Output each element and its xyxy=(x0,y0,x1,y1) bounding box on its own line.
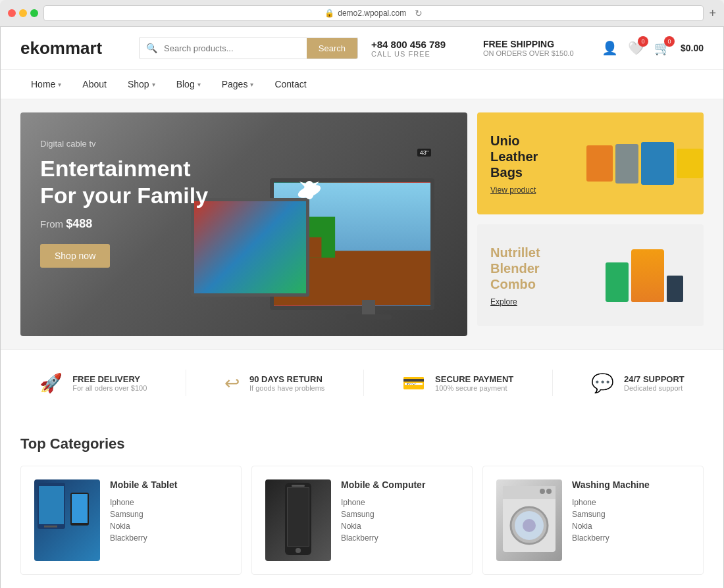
site-logo[interactable]: ekommart xyxy=(20,38,126,59)
svg-rect-16 xyxy=(288,488,309,546)
search-icon: 🔍 xyxy=(140,37,164,59)
washer-category-content: Washing Machine Iphone Samsung Nokia Bla… xyxy=(572,479,690,561)
blender-main xyxy=(631,249,664,302)
bags-banner-text: Unio Leather Bags View product xyxy=(490,133,538,195)
cat-item-0-1[interactable]: Samsung xyxy=(110,508,228,520)
cat-item-1-3[interactable]: Blackberry xyxy=(341,532,459,544)
bags-illustration xyxy=(592,119,697,208)
cat-item-0-2[interactable]: Nokia xyxy=(110,520,228,532)
cart-badge: 0 xyxy=(664,36,675,47)
bags-banner: Unio Leather Bags View product xyxy=(477,112,704,214)
hero-section: Digital cable tv Entertainment For your … xyxy=(1,99,723,349)
feature-payment: 💳 SECURE PAYMENT 100% secure payment xyxy=(402,370,513,396)
tablet-image xyxy=(34,479,100,561)
yellow-bag xyxy=(677,149,703,178)
phone-image xyxy=(265,479,331,561)
svg-rect-10 xyxy=(39,486,64,524)
nav-item-about[interactable]: About xyxy=(72,70,117,99)
search-button[interactable]: Search xyxy=(307,38,357,59)
cat-item-1-2[interactable]: Nokia xyxy=(341,520,459,532)
cat-item-2-3[interactable]: Blackberry xyxy=(572,532,690,544)
tablet-category-content: Mobile & Tablet Iphone Samsung Nokia Bla… xyxy=(110,479,228,561)
nav-item-pages[interactable]: Pages ▾ xyxy=(211,70,265,99)
blender-title: Nutrillet Blender Combo xyxy=(490,245,540,292)
close-button[interactable] xyxy=(8,9,16,17)
wishlist-icon[interactable]: 🤍 0 xyxy=(628,40,644,56)
bags-view-product-link[interactable]: View product xyxy=(490,185,538,195)
user-icon[interactable]: 👤 xyxy=(602,40,618,56)
feature-return-title: 90 DAYS RETURN xyxy=(249,374,324,384)
cat-item-1-1[interactable]: Samsung xyxy=(341,508,459,520)
refresh-icon[interactable]: ↻ xyxy=(415,8,423,18)
delivery-icon: 🚀 xyxy=(39,372,63,394)
blender-explore-link[interactable]: Explore xyxy=(490,297,540,306)
nav-item-contact[interactable]: Contact xyxy=(264,70,317,99)
cat-item-0-3[interactable]: Blackberry xyxy=(110,532,228,544)
svg-point-23 xyxy=(523,519,536,532)
cat-item-2-2[interactable]: Nokia xyxy=(572,520,690,532)
blender-cup xyxy=(606,262,629,302)
browser-chrome: 🔒 demo2.wpopal.com ↻ + xyxy=(0,0,724,27)
add-tab-button[interactable]: + xyxy=(709,7,716,20)
shipping-sub: ON ORDERS OVER $150.0 xyxy=(483,49,588,57)
hero-text: Digital cable tv Entertainment For your … xyxy=(40,139,208,268)
tablet-category-name: Mobile & Tablet xyxy=(110,479,228,490)
cat-item-0-0[interactable]: Iphone xyxy=(110,497,228,508)
site-header: ekommart 🔍 Search +84 800 456 789 CALL U… xyxy=(1,27,723,70)
nav-item-blog[interactable]: Blog ▾ xyxy=(166,70,211,99)
support-icon: 💬 xyxy=(591,372,614,394)
blender-illustration xyxy=(592,231,697,320)
feature-divider-2 xyxy=(363,370,364,396)
phone-category-content: Mobile & Computer Iphone Samsung Nokia B… xyxy=(341,479,459,561)
cart-total[interactable]: $0.00 xyxy=(681,43,704,53)
category-washing-machine[interactable]: Washing Machine Iphone Samsung Nokia Bla… xyxy=(482,466,704,575)
hero-banner: Digital cable tv Entertainment For your … xyxy=(20,112,467,336)
search-bar: 🔍 Search xyxy=(139,37,358,59)
orange-bag xyxy=(586,145,613,182)
lock-icon: 🔒 xyxy=(324,9,334,18)
category-mobile-tablet[interactable]: Mobile & Tablet Iphone Samsung Nokia Bla… xyxy=(20,466,242,575)
hero-title: Entertainment For your Family xyxy=(40,155,208,209)
cat-item-1-0[interactable]: Iphone xyxy=(341,497,459,508)
shipping-info: FREE SHIPPING ON ORDERS OVER $150.0 xyxy=(483,39,588,57)
header-actions: 👤 🤍 0 🛒 0 $0.00 xyxy=(602,40,704,56)
phone-number: +84 800 456 789 xyxy=(371,39,470,50)
svg-rect-18 xyxy=(292,485,305,487)
website-container: ekommart 🔍 Search +84 800 456 789 CALL U… xyxy=(0,27,724,588)
blue-bag xyxy=(641,142,674,185)
return-icon: ↩ xyxy=(224,372,240,394)
search-input[interactable] xyxy=(164,38,307,59)
cart-icon[interactable]: 🛒 0 xyxy=(654,40,671,56)
address-bar[interactable]: 🔒 demo2.wpopal.com ↻ xyxy=(43,5,704,21)
traffic-lights xyxy=(8,9,38,17)
url-text: demo2.wpopal.com xyxy=(338,9,406,18)
hero-subtitle: Digital cable tv xyxy=(40,139,208,149)
chevron-down-icon: ▾ xyxy=(152,81,155,88)
feature-support-title: 24/7 SUPPORT xyxy=(624,374,685,384)
washer-category-name: Washing Machine xyxy=(572,479,690,490)
cat-item-2-1[interactable]: Samsung xyxy=(572,508,690,520)
hero-tv-illustration: 43" xyxy=(244,145,454,330)
nav-item-home[interactable]: Home ▾ xyxy=(20,70,72,99)
nav-item-shop[interactable]: Shop ▾ xyxy=(117,70,166,99)
minimize-button[interactable] xyxy=(19,9,27,17)
hero-shop-now-button[interactable]: Shop now xyxy=(40,244,110,268)
bags-title: Unio Leather Bags xyxy=(490,133,538,180)
svg-point-25 xyxy=(540,489,545,494)
bird-illustration xyxy=(283,165,336,220)
hero-price: From $488 xyxy=(40,217,208,231)
wishlist-badge: 0 xyxy=(638,36,648,47)
feature-payment-title: SECURE PAYMENT xyxy=(435,374,513,384)
feature-return-sub: If goods have problems xyxy=(249,384,324,392)
feature-delivery: 🚀 FREE DELIVERY For all oders over $100 xyxy=(39,370,147,396)
svg-point-24 xyxy=(546,489,552,494)
washer-image xyxy=(496,479,562,561)
feature-delivery-title: FREE DELIVERY xyxy=(72,374,147,384)
contact-info: +84 800 456 789 CALL US FREE xyxy=(371,39,470,58)
features-strip: 🚀 FREE DELIVERY For all oders over $100 … xyxy=(1,349,723,416)
feature-support: 💬 24/7 SUPPORT Dedicated support xyxy=(591,370,685,396)
category-mobile-computer[interactable]: Mobile & Computer Iphone Samsung Nokia B… xyxy=(251,466,473,575)
maximize-button[interactable] xyxy=(30,9,38,17)
main-nav: Home ▾ About Shop ▾ Blog ▾ Pages ▾ Conta… xyxy=(1,70,723,99)
cat-item-2-0[interactable]: Iphone xyxy=(572,497,690,508)
